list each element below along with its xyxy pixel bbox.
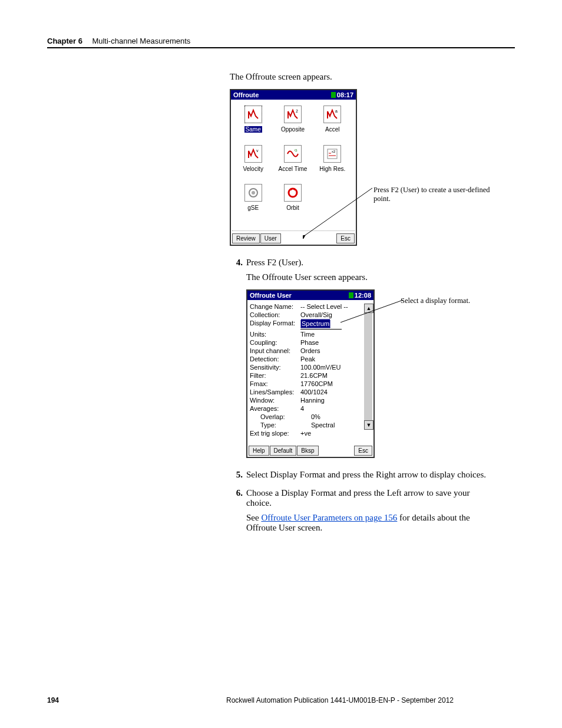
param-exttrigslope-label: Ext trig slope: xyxy=(250,429,300,437)
param-coupling-label: Coupling: xyxy=(250,338,300,347)
offroute-user-params-link[interactable]: Offroute User Parameters on page 156 xyxy=(261,513,397,522)
param-sensitivity-val[interactable]: 100.00mV/EU xyxy=(300,363,372,371)
icon-velocity-label: Velocity xyxy=(243,166,263,172)
default-button[interactable]: Default xyxy=(270,446,297,456)
param-exttrigslope-val[interactable]: +ve xyxy=(300,429,372,437)
step-5-text: Select Display Format and press the Righ… xyxy=(246,470,491,480)
offroute-user-time: 12:08 xyxy=(355,292,371,299)
waveform-velocity-icon: v xyxy=(247,147,260,160)
param-overlap-label: Overlap: xyxy=(250,413,311,421)
offroute-title: Offroute xyxy=(233,91,259,98)
battery-icon xyxy=(331,92,336,98)
svg-text:2: 2 xyxy=(296,109,298,113)
intro-text-1: The Offroute screen appears. xyxy=(230,72,491,82)
param-averages-val[interactable]: 4 xyxy=(300,404,372,413)
svg-text:x2: x2 xyxy=(332,150,336,153)
icon-gse-label: gSE xyxy=(247,205,259,211)
step-4-num: 4. xyxy=(230,258,243,268)
param-averages-label: Averages: xyxy=(250,404,300,413)
param-sensitivity-label: Sensitivity: xyxy=(250,363,300,371)
scroll-down-button[interactable]: ▼ xyxy=(364,420,373,430)
param-inputchannel-label: Input channel: xyxy=(250,347,300,355)
help-button[interactable]: Help xyxy=(249,446,269,456)
param-collection-val[interactable]: Overall/Sig xyxy=(300,311,372,319)
offroute-time: 08:17 xyxy=(337,91,353,98)
step-6-num: 6. xyxy=(230,488,243,533)
svg-text:G: G xyxy=(295,149,297,152)
step-6-see: See xyxy=(246,513,261,522)
param-overlap-val[interactable]: 0% xyxy=(311,413,372,421)
esc-button[interactable]: Esc xyxy=(336,233,355,243)
param-linessamples-label: Lines/Samples: xyxy=(250,388,300,396)
chapter-title: Multi-channel Measurements xyxy=(92,37,190,45)
callout-1: Press F2 (User) to create a user-defined… xyxy=(373,186,491,203)
user-button[interactable]: User xyxy=(260,233,281,243)
offroute-screen: Offroute 08:17 Same 2 Opposite xyxy=(230,89,357,246)
param-units-label: Units: xyxy=(250,330,300,338)
offroute-titlebar: Offroute 08:17 xyxy=(231,90,356,100)
param-fmax-label: Fmax: xyxy=(250,380,300,388)
esc-button-2[interactable]: Esc xyxy=(354,446,372,456)
icon-orbit[interactable]: Orbit xyxy=(273,184,312,215)
param-window-label: Window: xyxy=(250,396,300,404)
waveform-opposite-icon: 2 xyxy=(286,108,299,121)
scroll-up-button[interactable]: ▲ xyxy=(364,304,373,313)
param-fmax-val[interactable]: 17760CPM xyxy=(300,380,372,388)
page-header: Chapter 6 Multi-channel Measurements xyxy=(47,35,515,48)
param-displayformat-val[interactable]: Spectrum xyxy=(300,319,330,328)
page-footer: 194 Rockwell Automation Publication 1441… xyxy=(47,696,515,704)
icon-highres-label: High Res. xyxy=(319,166,345,172)
icon-orbit-label: Orbit xyxy=(286,205,299,211)
icon-same[interactable]: Same xyxy=(233,106,273,137)
icon-same-label: Same xyxy=(244,126,262,133)
gear-icon xyxy=(247,186,260,199)
param-linessamples-val[interactable]: 400/1024 xyxy=(300,388,372,396)
review-button[interactable]: Review xyxy=(232,233,260,243)
offroute-user-title: Offroute User xyxy=(250,292,292,299)
icon-opposite[interactable]: 2 Opposite xyxy=(273,106,312,137)
separator xyxy=(232,230,355,231)
param-dropdown-phase[interactable]: Phase xyxy=(300,338,342,347)
step-5-num: 5. xyxy=(230,470,243,480)
highres-icon: x2 xyxy=(326,147,339,160)
page-number: 194 xyxy=(47,696,165,704)
svg-text:v: v xyxy=(256,149,259,153)
callout-2: Select a display format. xyxy=(401,297,470,305)
param-filter-label: Filter: xyxy=(250,371,300,380)
param-detection-label: Detection: xyxy=(250,355,300,363)
offroute-user-titlebar: Offroute User 12:08 xyxy=(247,291,373,300)
battery-icon xyxy=(349,292,353,298)
icon-acceltime[interactable]: G Accel Time xyxy=(273,145,312,176)
waveform-icon xyxy=(247,108,260,121)
param-changename-label: Change Name: xyxy=(250,302,300,311)
icon-accel-label: Accel xyxy=(325,126,339,133)
param-type-val[interactable]: Spectral xyxy=(311,421,372,429)
param-filter-val[interactable]: 21.6CPM xyxy=(300,371,372,380)
param-window-val[interactable]: Hanning xyxy=(300,396,372,404)
svg-point-7 xyxy=(252,191,255,195)
publication-info: Rockwell Automation Publication 1441-UM0… xyxy=(165,696,515,704)
param-changename-val[interactable]: -- Select Level -- xyxy=(300,302,372,311)
param-dropdown-time[interactable]: Time xyxy=(300,330,342,338)
param-type-label: Type: xyxy=(250,421,311,429)
orbit-icon xyxy=(286,186,299,199)
param-collection-label: Collection: xyxy=(250,311,300,319)
step-4-text: Press F2 (User). xyxy=(246,258,491,268)
icon-gse[interactable]: gSE xyxy=(233,184,273,215)
scroll-track[interactable] xyxy=(364,313,372,420)
offroute-user-screen: Offroute User 12:08 Change Name:-- Selec… xyxy=(246,289,375,458)
chapter-label: Chapter 6 xyxy=(47,37,82,45)
icon-highres[interactable]: x2 High Res. xyxy=(313,145,352,176)
waveform-accel-icon: a xyxy=(326,108,339,121)
icon-opposite-label: Opposite xyxy=(281,126,305,133)
icon-accel[interactable]: a Accel xyxy=(313,106,352,137)
param-dropdown-orders[interactable]: Orders xyxy=(300,347,342,355)
sinewave-icon: G xyxy=(286,147,299,160)
svg-point-8 xyxy=(289,189,297,197)
param-displayformat-label: Display Format: xyxy=(250,319,300,328)
svg-text:a: a xyxy=(335,109,338,113)
bksp-button[interactable]: Bksp xyxy=(297,446,318,456)
intro-text-2: The Offroute User screen appears. xyxy=(246,272,491,282)
icon-velocity[interactable]: v Velocity xyxy=(233,145,273,176)
param-detection-val[interactable]: Peak xyxy=(300,355,372,363)
